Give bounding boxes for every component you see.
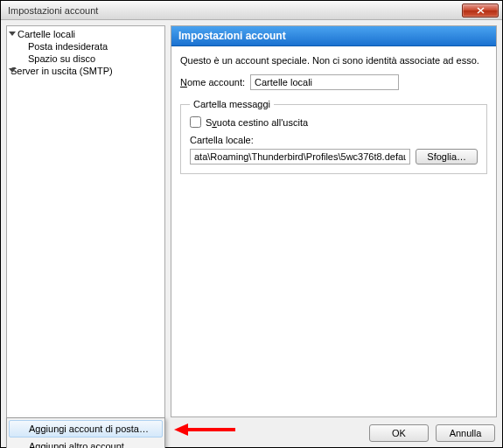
tree-item-disk-space[interactable]: Spazio su disco: [7, 52, 164, 65]
account-settings-dialog: Impostazioni account Cartelle locali Pos…: [0, 0, 503, 448]
window-title: Impostazioni account: [8, 5, 98, 16]
ok-button[interactable]: OK: [369, 424, 429, 442]
close-icon: [477, 7, 485, 14]
settings-panel: Impostazioni account Questo è un account…: [171, 25, 497, 417]
tree-item-junk[interactable]: Posta indesiderata: [7, 40, 164, 52]
menu-add-mail-account[interactable]: Aggiungi account di posta…: [9, 420, 163, 438]
panel-body: Questo è un account speciale. Non ci son…: [171, 46, 496, 183]
tree-item-smtp[interactable]: Server in uscita (SMTP): [7, 65, 164, 77]
empty-trash-row: Svuota cestino all'uscita: [190, 116, 478, 128]
empty-trash-label: Svuota cestino all'uscita: [206, 117, 308, 128]
titlebar: Impostazioni account: [1, 1, 502, 20]
panel-description: Questo è un account speciale. Non ci son…: [180, 55, 487, 66]
message-folder-fieldset: Cartella messaggi Svuota cestino all'usc…: [180, 99, 487, 174]
tree-root-local-folders[interactable]: Cartelle locali: [7, 28, 164, 40]
account-name-input[interactable]: [250, 74, 399, 90]
local-folder-row: Sfoglia…: [190, 149, 478, 164]
cancel-button[interactable]: Annulla: [436, 424, 495, 442]
local-folder-label: Cartella locale:: [190, 135, 478, 145]
browse-button[interactable]: Sfoglia…: [416, 149, 478, 164]
left-column: Cartelle locali Posta indesiderata Spazi…: [6, 25, 165, 442]
dialog-footer: OK Annulla: [171, 417, 497, 442]
account-name-row: Nome account:: [180, 74, 487, 90]
account-tree[interactable]: Cartelle locali Posta indesiderata Spazi…: [6, 25, 165, 419]
local-folder-input[interactable]: [190, 149, 410, 164]
menu-add-other-account[interactable]: Aggiungi altro account…: [9, 438, 163, 448]
panel-header: Impostazioni account: [171, 26, 496, 46]
empty-trash-checkbox[interactable]: [190, 116, 201, 128]
close-button[interactable]: [462, 4, 499, 18]
account-actions-menu: Aggiungi account di posta… Aggiungi altr…: [6, 417, 165, 448]
right-column: Impostazioni account Questo è un account…: [171, 25, 497, 442]
account-name-label: Nome account:: [180, 77, 245, 88]
fieldset-legend: Cartella messaggi: [190, 99, 274, 109]
